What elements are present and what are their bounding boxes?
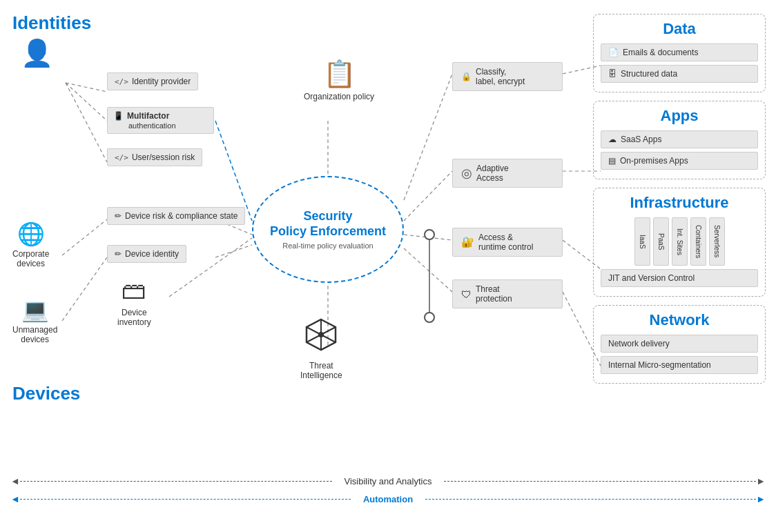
svg-line-0 [66, 83, 107, 92]
code-icon-2: </> [115, 153, 128, 162]
arrow-left-1: ◄ [10, 475, 20, 486]
emails-docs-item: 📄 Emails & documents [601, 43, 758, 61]
policy-title: SecurityPolicy Enforcement [270, 209, 386, 239]
multifactor-bold: Multifactor [127, 111, 169, 121]
right-panel: Data 📄 Emails & documents 🗄 Structured d… [593, 14, 766, 392]
device-inventory: 🗃 Deviceinventory [117, 276, 151, 327]
network-section: Network Network delivery Internal Micro-… [593, 305, 766, 384]
saas-apps-item: ☁ SaaS Apps [601, 130, 758, 148]
automation-line-right [425, 499, 756, 500]
pencil-icon-2: ✏ [115, 249, 122, 259]
devices-title: Devices [12, 383, 80, 404]
svg-line-12 [404, 171, 452, 221]
threat-protection-label: Threatprotection [476, 284, 512, 304]
microseg-label: Internal Micro-segmentation [608, 360, 711, 370]
code-icon: </> [115, 77, 128, 86]
adaptive-access-label: AdaptiveAccess [476, 164, 509, 183]
structured-data-label: Structured data [621, 69, 677, 79]
database-icon: 🗃 [117, 276, 151, 305]
classify-box: 🔒 Classify,label, encrypt [452, 62, 563, 91]
serverless-tag: Serverless [709, 217, 725, 266]
automation-line-left [20, 499, 351, 500]
onprem-apps-label: On-premises Apps [620, 156, 688, 166]
arrow-right-2: ► [756, 493, 766, 504]
analytics-line-left [20, 481, 332, 482]
doc-icon: 📄 [608, 48, 619, 57]
person-icon: 👤 [21, 38, 53, 68]
svg-line-2 [66, 83, 107, 162]
device-risk-box: ✏ Device risk & compliance state [107, 207, 245, 225]
bottom-bar: ◄ Visibility and Analytics ► ◄ Automatio… [10, 475, 766, 504]
db-icon: 🗄 [608, 69, 617, 79]
corporate-devices: 🌐 Corporatedevices [12, 221, 49, 268]
access-runtime-box: 🔐 Access &runtime control [452, 228, 563, 257]
policy-icon: 📋 [304, 59, 374, 89]
svg-line-3 [215, 121, 252, 221]
user-session-risk-box: </> User/session risk [107, 148, 202, 166]
identity-provider-box: </> Identity provider [107, 72, 198, 90]
org-policy-label: Organization policy [304, 92, 374, 101]
adaptive-access-box: ◎ AdaptiveAccess [452, 159, 563, 188]
access-runtime-label: Access &runtime control [478, 233, 533, 252]
hex-icon [304, 317, 338, 352]
svg-line-6 [62, 219, 107, 255]
svg-line-5 [215, 245, 252, 257]
emails-docs-label: Emails & documents [623, 48, 698, 57]
svg-point-19 [425, 230, 434, 239]
identities-title: Identities [12, 12, 91, 34]
threat-protection-box: 🛡 Threatprotection [452, 279, 563, 308]
svg-line-13 [404, 235, 452, 240]
svg-line-7 [62, 257, 107, 321]
svg-line-1 [66, 83, 107, 121]
iaas-tag: IaaS [634, 217, 650, 266]
svg-line-11 [404, 74, 452, 200]
threat-intelligence: ThreatIntelligence [300, 317, 342, 380]
pencil-icon: ✏ [115, 211, 122, 221]
analytics-label: Visibility and Analytics [338, 476, 439, 486]
paas-tag: PaaS [653, 217, 669, 266]
arrow-left-2: ◄ [10, 493, 20, 504]
threat-protect-icon: 🛡 [461, 288, 472, 300]
device-risk-label: Device risk & compliance state [125, 211, 237, 221]
globe-icon: 🌐 [12, 221, 49, 247]
identity-provider-label: Identity provider [132, 77, 191, 86]
jit-label: JIT and Version Control [608, 273, 695, 283]
containers-tag: Containers [690, 217, 706, 266]
saas-apps-label: SaaS Apps [621, 135, 661, 144]
apps-section: Apps ☁ SaaS Apps ▤ On-premises Apps [593, 101, 766, 179]
structured-data-item: 🗄 Structured data [601, 65, 758, 83]
laptop-icon: 💻 [12, 297, 57, 323]
device-inventory-label: Deviceinventory [117, 308, 151, 327]
data-section: Data 📄 Emails & documents 🗄 Structured d… [593, 14, 766, 92]
threat-intel-label: ThreatIntelligence [300, 361, 342, 380]
server-icon: ▤ [608, 156, 616, 166]
access-icon: 🔐 [461, 236, 474, 248]
microseg-item: Internal Micro-segmentation [601, 356, 758, 374]
infra-section: Infrastructure IaaS PaaS Int. Sites Cont… [593, 188, 766, 297]
int-sites-tag: Int. Sites [672, 217, 688, 266]
network-delivery-item: Network delivery [601, 335, 758, 353]
cloud-icon: ☁ [608, 135, 617, 144]
apps-title: Apps [601, 107, 758, 125]
unmanaged-devices: 💻 Unmanageddevices [12, 297, 57, 344]
network-title: Network [601, 311, 758, 329]
classify-label: Classify,label, encrypt [476, 67, 525, 86]
analytics-line-right [444, 481, 756, 482]
automation-row: ◄ Automation ► [10, 493, 766, 504]
user-session-risk-label: User/session risk [132, 152, 195, 162]
authentication-sub: authentication [128, 121, 176, 130]
device-identity-label: Device identity [125, 249, 179, 259]
fingerprint-icon: ◎ [461, 166, 472, 181]
device-identity-box: ✏ Device identity [107, 245, 186, 263]
lock-icon: 🔒 [461, 72, 472, 81]
network-delivery-label: Network delivery [608, 339, 670, 348]
policy-ellipse: SecurityPolicy Enforcement Real-time pol… [252, 176, 404, 283]
org-policy: 📋 Organization policy [304, 59, 374, 101]
data-title: Data [601, 20, 758, 38]
onprem-apps-item: ▤ On-premises Apps [601, 152, 758, 170]
analytics-row: ◄ Visibility and Analytics ► [10, 475, 766, 486]
infra-tags: IaaS PaaS Int. Sites Containers Serverle… [601, 217, 758, 266]
arrow-right-1: ► [756, 475, 766, 486]
jit-item: JIT and Version Control [601, 269, 758, 287]
infra-title: Infrastructure [601, 194, 758, 212]
